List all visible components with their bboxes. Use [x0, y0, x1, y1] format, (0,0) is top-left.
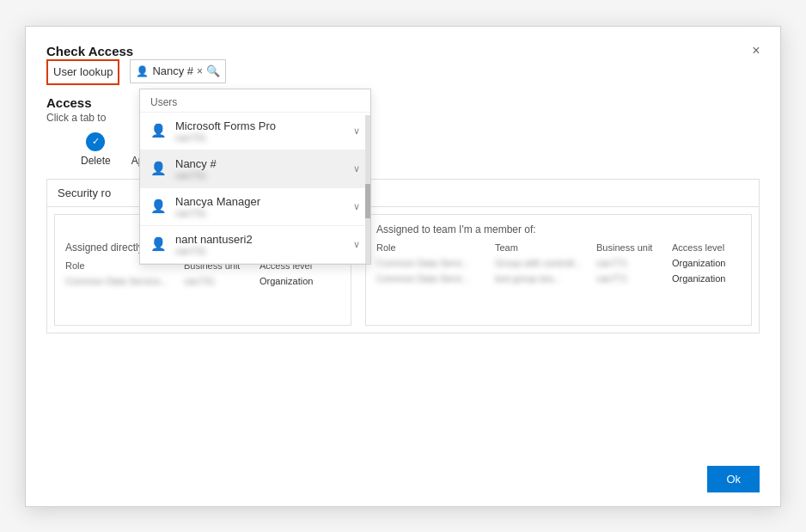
- chevron-icon: ∨: [353, 125, 360, 137]
- user-avatar-icon: 👤: [150, 236, 167, 252]
- cell-team: Group with controll...: [495, 258, 589, 268]
- search-button[interactable]: 🔍: [206, 64, 220, 77]
- close-button[interactable]: ×: [746, 40, 766, 61]
- cell-bu: can771: [596, 273, 665, 284]
- table-row: Common Data Servi... Group with controll…: [376, 258, 741, 268]
- item-sub: can731: [175, 170, 345, 180]
- panel-title: Assigned to team I'm a member of:: [376, 223, 741, 235]
- list-item[interactable]: 👤 Microsoft Forms Pro can731 ∨: [140, 113, 370, 150]
- clear-search-button[interactable]: ×: [197, 65, 203, 77]
- scrollbar[interactable]: [365, 115, 370, 264]
- col-header-bu: Business unit: [596, 242, 665, 253]
- item-name: nant nantuseri2: [175, 233, 345, 246]
- cell-al: Organization: [672, 273, 741, 284]
- perm-delete: ✓ Delete: [81, 132, 111, 167]
- perm-label: Delete: [81, 155, 111, 167]
- check-icon: ✓: [86, 132, 105, 151]
- cell-bu: can731: [184, 276, 253, 286]
- list-item[interactable]: 👤 Nancya Manager can731 ∨: [140, 188, 370, 226]
- cell-role: Common Data Service...: [65, 276, 177, 286]
- cell-bu: can771: [596, 258, 665, 268]
- cell-role: Common Data Servi...: [376, 258, 488, 268]
- list-item[interactable]: 👤 nant nantuseri2 can731 ∨: [140, 226, 370, 264]
- table-row: Common Data Servi... test group tea... c…: [376, 273, 741, 284]
- table-header-row: Role Team Business unit Access level: [376, 242, 741, 253]
- check-access-dialog: Check Access × User lookup 👤 Nancy # × 🔍…: [25, 26, 781, 507]
- dropdown-header: Users: [140, 89, 370, 113]
- item-sub: can731: [175, 208, 345, 218]
- chevron-icon: ∨: [353, 201, 360, 212]
- ok-button[interactable]: Ok: [707, 466, 760, 492]
- cell-al: Organization: [260, 276, 328, 286]
- item-name: Nancy #: [175, 157, 345, 170]
- user-lookup-label: User lookup: [46, 59, 119, 85]
- chevron-icon: ∨: [353, 163, 360, 174]
- table-row: Common Data Service... can731 Organizati…: [65, 276, 340, 286]
- item-sub: can731: [175, 246, 345, 256]
- user-avatar-icon: 👤: [150, 161, 167, 176]
- item-sub: can731: [175, 132, 345, 143]
- item-name: Microsoft Forms Pro: [175, 119, 345, 132]
- security-title: Security ro: [58, 187, 111, 199]
- item-name: Nancya Manager: [175, 195, 345, 208]
- user-dropdown: Users 👤 Microsoft Forms Pro can731 ∨ 👤 N…: [139, 89, 371, 265]
- dialog-title: Check Access: [46, 44, 133, 58]
- user-icon: 👤: [136, 65, 149, 77]
- assigned-team-panel: Assigned to team I'm a member of: Role T…: [365, 214, 752, 326]
- cell-role: Common Data Servi...: [376, 273, 488, 284]
- scrollbar-thumb[interactable]: [365, 184, 370, 218]
- list-item[interactable]: 👤 Nancy # can731 ∨: [140, 150, 370, 188]
- user-avatar-icon: 👤: [150, 199, 167, 214]
- top-row: User lookup 👤 Nancy # × 🔍 Users 👤 Micros…: [46, 59, 760, 85]
- cell-al: Organization: [672, 258, 741, 268]
- cell-team: test group tea...: [495, 273, 589, 284]
- chevron-icon: ∨: [353, 239, 360, 250]
- search-pill-text: Nancy #: [152, 64, 193, 77]
- col-header-team: Team: [495, 242, 589, 253]
- search-pill[interactable]: 👤 Nancy # × 🔍: [130, 59, 226, 83]
- col-header-al: Access level: [672, 242, 741, 253]
- user-avatar-icon: 👤: [150, 123, 167, 138]
- col-header-role: Role: [376, 242, 488, 253]
